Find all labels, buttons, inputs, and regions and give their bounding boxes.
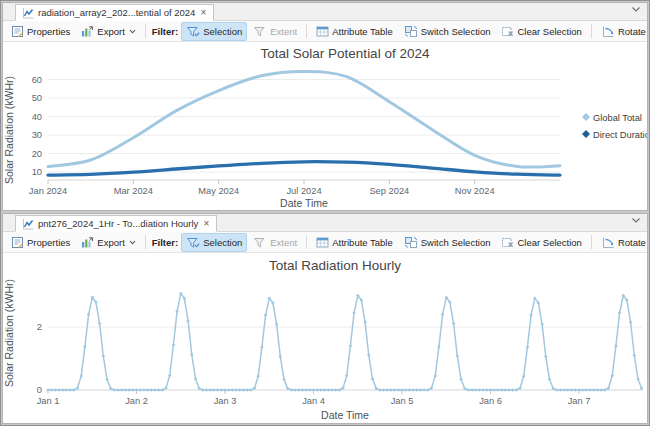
chart-region: 02Jan 1Jan 2Jan 3Jan 4Jan 5Jan 6Jan 7Tot… xyxy=(3,253,647,424)
export-icon xyxy=(81,236,94,249)
filter-label: Filter: xyxy=(150,237,180,248)
clear-selection-button-label: Clear Selection xyxy=(517,237,581,248)
filter-label: Filter: xyxy=(150,26,180,37)
filter-extent-button-label: Extent xyxy=(270,26,297,37)
attribute-table-button[interactable]: Attribute Table xyxy=(311,233,398,252)
y-tick-label: 10 xyxy=(32,167,42,177)
chart-title: Total Radiation Hourly xyxy=(269,258,401,273)
clear-selection-button[interactable]: Clear Selection xyxy=(496,233,586,252)
chevron-down-icon[interactable] xyxy=(631,6,641,13)
toolbar-separator xyxy=(145,235,146,249)
switch-selection-button-label: Switch Selection xyxy=(421,237,491,248)
y-axis-label: Solar Radiation (kWHr) xyxy=(3,76,15,184)
tabbar: radiation_array2_202...tential of 2024 × xyxy=(3,3,647,21)
legend-item-label: Direct Duration xyxy=(593,130,647,140)
tabbar: pnt276_2024_1Hr - To...diation Hourly × xyxy=(3,214,647,232)
line-chart-icon xyxy=(22,7,34,19)
selection-funnel-icon xyxy=(186,25,200,38)
attribute-table-button-label: Attribute Table xyxy=(332,237,393,248)
panel-radiation-hourly: pnt276_2024_1Hr - To...diation Hourly × … xyxy=(2,213,648,424)
properties-button-label: Properties xyxy=(27,237,70,248)
toolbar-separator xyxy=(306,24,307,38)
x-axis-label: Date Time xyxy=(280,197,328,209)
x-tick-label: Jan 3 xyxy=(214,396,237,406)
chart-toolbar: PropertiesExportFilter:SelectionExtentAt… xyxy=(3,21,647,42)
y-tick-label: 60 xyxy=(32,75,42,85)
x-tick-label: Sep 2024 xyxy=(369,186,409,196)
close-icon[interactable]: × xyxy=(202,219,210,229)
switch-selection-button[interactable]: Switch Selection xyxy=(399,233,496,252)
attribute-table-icon xyxy=(316,236,329,249)
clear-selection-button[interactable]: Clear Selection xyxy=(496,22,586,41)
series-global-total-line[interactable] xyxy=(48,71,560,167)
close-icon[interactable]: × xyxy=(199,8,207,18)
attribute-table-button[interactable]: Attribute Table xyxy=(311,22,398,41)
toolbar-separator xyxy=(591,24,592,38)
properties-button-label: Properties xyxy=(27,26,70,37)
filter-extent-button-label: Extent xyxy=(270,237,297,248)
legend: Global TotalDirect Duration xyxy=(582,113,647,140)
properties-icon xyxy=(11,236,24,249)
rotate-chart-button-label: Rotate Chart xyxy=(618,237,648,248)
y-tick-label: 20 xyxy=(32,149,42,159)
caret-down-icon xyxy=(129,29,136,34)
solar-potential-chart[interactable]: 102030405060Jan 2024Mar 2024May 2024Jul … xyxy=(3,42,647,211)
caret-down-icon xyxy=(129,240,136,245)
tab-solar-potential[interactable]: radiation_array2_202...tential of 2024 × xyxy=(15,4,214,21)
x-tick-label: May 2024 xyxy=(198,186,239,196)
rotate-chart-icon xyxy=(601,236,615,249)
switch-selection-button-label: Switch Selection xyxy=(421,26,491,37)
x-tick-label: Jan 2024 xyxy=(29,186,67,196)
chart-title: Total Solar Potential of 2024 xyxy=(261,46,430,61)
x-tick-label: Jan 1 xyxy=(37,396,60,406)
chart-toolbar: PropertiesExportFilter:SelectionExtentAt… xyxy=(3,232,647,253)
x-tick-label: Jan 6 xyxy=(479,396,502,406)
export-icon xyxy=(81,25,94,38)
clear-selection-icon xyxy=(501,25,514,38)
toolbar-separator xyxy=(306,235,307,249)
x-axis-label: Date Time xyxy=(321,409,369,421)
tab-title: radiation_array2_202...tential of 2024 xyxy=(38,7,195,18)
extent-funnel-icon xyxy=(253,236,267,249)
legend-marker-icon xyxy=(582,113,590,121)
switch-selection-icon xyxy=(404,25,418,38)
properties-icon xyxy=(11,25,24,38)
x-tick-label: Jan 5 xyxy=(391,396,414,406)
switch-selection-button[interactable]: Switch Selection xyxy=(399,22,496,41)
properties-button[interactable]: Properties xyxy=(6,22,75,41)
filter-selection-button[interactable]: Selection xyxy=(181,233,247,252)
y-axis-label: Solar Radiation (kWHr) xyxy=(3,279,15,387)
switch-selection-icon xyxy=(404,236,418,249)
export-button[interactable]: Export xyxy=(76,233,140,252)
export-button-label: Export xyxy=(97,26,124,37)
tab-title: pnt276_2024_1Hr - To...diation Hourly xyxy=(38,218,198,229)
clear-selection-icon xyxy=(501,236,514,249)
tab-radiation-hourly[interactable]: pnt276_2024_1Hr - To...diation Hourly × xyxy=(15,215,217,232)
export-button-label: Export xyxy=(97,237,124,248)
export-button[interactable]: Export xyxy=(76,22,140,41)
toolbar-separator xyxy=(145,24,146,38)
radiation-hourly-chart[interactable]: 02Jan 1Jan 2Jan 3Jan 4Jan 5Jan 6Jan 7Tot… xyxy=(3,253,647,424)
toolbar-separator xyxy=(591,235,592,249)
rotate-chart-button[interactable]: Rotate Chart xyxy=(596,233,648,252)
x-tick-label: Nov 2024 xyxy=(455,186,495,196)
filter-selection-button[interactable]: Selection xyxy=(181,22,247,41)
y-tick-label: 0 xyxy=(37,385,42,395)
chevron-down-icon[interactable] xyxy=(631,217,641,224)
series-direct-duration-line[interactable] xyxy=(48,162,560,175)
hourly-series-markers xyxy=(46,292,643,392)
rotate-chart-button-label: Rotate Chart xyxy=(618,26,648,37)
y-tick-label: 50 xyxy=(32,93,42,103)
chart-region: 102030405060Jan 2024Mar 2024May 2024Jul … xyxy=(3,42,647,211)
x-tick-label: Jan 2 xyxy=(125,396,148,406)
y-tick-label: 40 xyxy=(32,112,42,122)
y-tick-label: 2 xyxy=(37,322,42,332)
x-tick-label: Jan 7 xyxy=(568,396,591,406)
properties-button[interactable]: Properties xyxy=(6,233,75,252)
rotate-chart-icon xyxy=(601,25,615,38)
filter-extent-button: Extent xyxy=(248,233,302,252)
hourly-series-line[interactable] xyxy=(48,294,642,390)
filter-selection-button-label: Selection xyxy=(203,237,242,248)
rotate-chart-button[interactable]: Rotate Chart xyxy=(596,22,648,41)
filter-selection-button-label: Selection xyxy=(203,26,242,37)
